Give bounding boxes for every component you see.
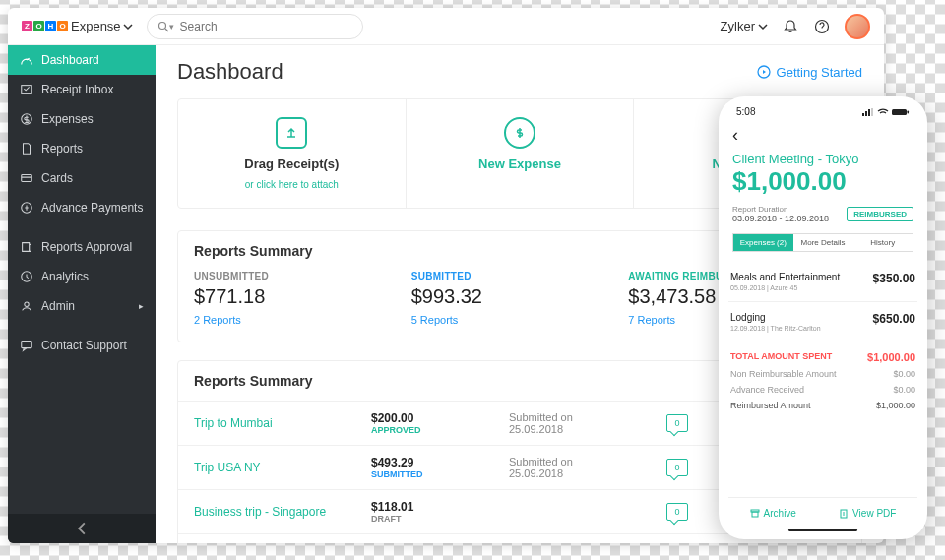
- wifi-icon: [877, 108, 889, 116]
- svg-rect-17: [752, 512, 758, 517]
- sidebar: Dashboard Receipt Inbox Expenses Reports…: [8, 45, 156, 543]
- sidebar-collapse[interactable]: [8, 514, 156, 543]
- page-title: Dashboard: [177, 59, 284, 85]
- archive-button[interactable]: Archive: [750, 508, 796, 519]
- comment-badge[interactable]: 0: [666, 414, 688, 432]
- gauge-icon: [20, 53, 33, 67]
- tab-more-details[interactable]: More Details: [793, 234, 853, 251]
- sidebar-item-expenses[interactable]: Expenses: [8, 104, 156, 134]
- sidebar-item-reports-approval[interactable]: Reports Approval: [8, 232, 156, 262]
- summary-unsubmitted: UNSUBMITTED $771.18 2 Reports: [194, 271, 411, 326]
- phone-footer-actions: Archive View PDF: [728, 497, 917, 525]
- chevron-right-icon: ▸: [139, 301, 144, 311]
- battery-icon: [892, 108, 910, 116]
- search-field[interactable]: ▾: [147, 14, 363, 39]
- sidebar-item-reports[interactable]: Reports: [8, 134, 156, 163]
- svg-point-0: [158, 22, 165, 29]
- comment-badge[interactable]: 0: [666, 459, 688, 476]
- topbar-right: Zylker: [721, 14, 870, 39]
- svg-rect-4: [22, 175, 32, 182]
- avatar[interactable]: [845, 14, 870, 39]
- home-indicator: [788, 529, 857, 531]
- tab-expenses[interactable]: Expenses (2): [733, 234, 793, 251]
- search-icon: [158, 21, 169, 32]
- phone-expense-row[interactable]: Meals and Entertainment05.09.2018 | Azur…: [728, 262, 917, 302]
- upload-icon: [276, 117, 307, 149]
- help-button[interactable]: [813, 18, 831, 35]
- cellular-icon: [862, 108, 874, 116]
- topbar: ZOHO Expense ▾ Zylker: [8, 8, 884, 45]
- getting-started-link[interactable]: Getting Started: [757, 65, 862, 80]
- phone-statusbar: 5:08: [728, 104, 917, 119]
- summary-submitted: SUBMITTED $993.32 5 Reports: [411, 271, 629, 326]
- search-scope-chevron-icon[interactable]: ▾: [169, 22, 174, 31]
- back-button[interactable]: ‹: [732, 125, 914, 146]
- tab-history[interactable]: History: [852, 234, 913, 251]
- status-badge: REIMBURSED: [847, 207, 914, 221]
- bell-icon: [783, 19, 798, 34]
- org-switcher[interactable]: Zylker: [721, 19, 768, 33]
- phone-totals: TOTAL AMOUNT SPENT$1,000.00 Non Reimburs…: [728, 348, 917, 413]
- clock-icon: [20, 270, 33, 283]
- chevron-left-icon: [75, 522, 89, 535]
- chevron-down-icon: [758, 22, 768, 31]
- dollar-icon: [20, 112, 33, 126]
- svg-rect-12: [868, 109, 870, 116]
- brand-suffix: Expense: [71, 19, 121, 33]
- drag-receipts-action[interactable]: Drag Receipt(s) or click here to attach: [178, 99, 407, 208]
- document-icon: [20, 142, 33, 156]
- sidebar-item-contact-support[interactable]: Contact Support: [8, 331, 156, 360]
- phone-mockup: 5:08 ‹ Client Meeting - Tokyo $1,000.00 …: [719, 96, 927, 539]
- play-circle-icon: [757, 65, 771, 79]
- comment-badge[interactable]: 0: [666, 503, 688, 521]
- brand-logo[interactable]: ZOHO Expense: [22, 19, 133, 33]
- new-expense-action[interactable]: New Expense: [407, 99, 635, 208]
- sidebar-item-analytics[interactable]: Analytics: [8, 262, 156, 291]
- page-header: Dashboard Getting Started: [177, 59, 862, 85]
- user-icon: [20, 299, 33, 313]
- signal-icons: [862, 108, 910, 116]
- sidebar-item-advance-payments[interactable]: Advance Payments: [8, 193, 156, 222]
- sidebar-item-receipt-inbox[interactable]: Receipt Inbox: [8, 75, 156, 104]
- phone-expense-row[interactable]: Lodging12.09.2018 | The Ritz-Carlton $65…: [728, 302, 917, 342]
- phone-tabs: Expenses (2) More Details History: [732, 233, 914, 252]
- sidebar-item-dashboard[interactable]: Dashboard: [8, 45, 156, 75]
- approval-icon: [20, 240, 33, 254]
- inbox-icon: [20, 83, 33, 96]
- card-icon: [20, 171, 33, 185]
- pdf-icon: [839, 509, 849, 519]
- dollar-circle-icon: [504, 117, 536, 149]
- svg-rect-14: [892, 109, 907, 115]
- coins-icon: [20, 201, 33, 215]
- zoho-logo-icon: ZOHO: [22, 21, 69, 31]
- chevron-down-icon: [123, 22, 133, 31]
- help-icon: [814, 19, 830, 34]
- svg-rect-13: [871, 108, 873, 116]
- phone-header: ‹ Client Meeting - Tokyo $1,000.00 Repor…: [728, 119, 917, 262]
- search-input[interactable]: [180, 20, 352, 33]
- notifications-button[interactable]: [782, 18, 799, 35]
- sidebar-item-admin[interactable]: Admin▸: [8, 291, 156, 321]
- phone-expense-list: Meals and Entertainment05.09.2018 | Azur…: [728, 262, 917, 342]
- svg-rect-15: [908, 110, 910, 113]
- archive-icon: [750, 509, 760, 519]
- chat-icon: [20, 339, 33, 352]
- svg-rect-8: [22, 342, 32, 348]
- svg-rect-10: [862, 113, 864, 116]
- svg-rect-11: [865, 111, 867, 116]
- view-pdf-button[interactable]: View PDF: [839, 508, 896, 519]
- svg-rect-18: [841, 510, 847, 518]
- svg-point-7: [25, 302, 29, 306]
- sidebar-item-cards[interactable]: Cards: [8, 163, 156, 193]
